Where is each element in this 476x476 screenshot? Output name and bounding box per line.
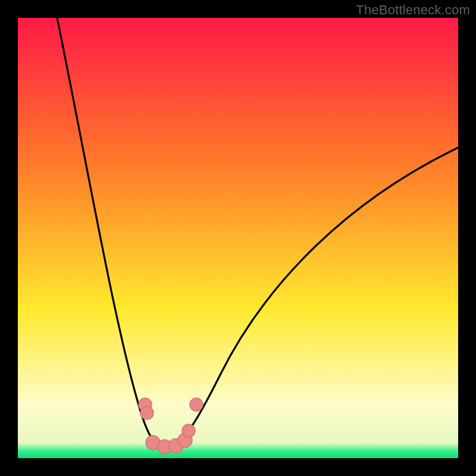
marker-point <box>182 424 195 437</box>
marker-point <box>140 406 154 419</box>
chart-frame: TheBottleneck.com <box>0 0 476 476</box>
plot-background <box>18 18 458 458</box>
watermark-text: TheBottleneck.com <box>356 2 470 18</box>
marker-point <box>190 398 203 411</box>
bottleneck-chart <box>18 18 458 458</box>
